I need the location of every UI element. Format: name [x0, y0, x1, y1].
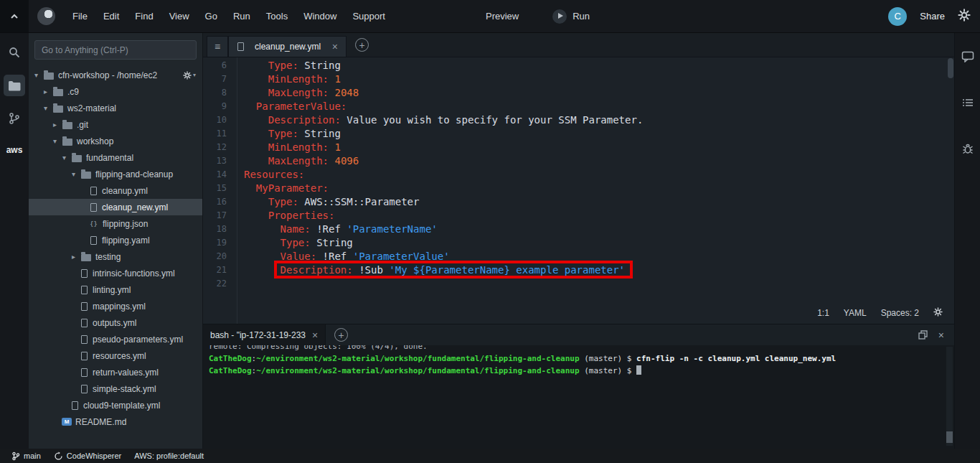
preferences-gear-icon[interactable] — [958, 9, 971, 24]
terminal-tab[interactable]: bash - "ip-172-31-19-233 × — [203, 324, 326, 345]
menu-find[interactable]: Find — [127, 0, 161, 32]
outline-panel-button[interactable] — [957, 92, 979, 113]
tree-settings-gear-icon[interactable]: ▾ — [183, 71, 196, 80]
tree-file-simple-stack-yml[interactable]: simple-stack.yml — [29, 380, 202, 397]
tree-folder-cfn-workshop-home-ec2[interactable]: ▾cfn-workshop - /home/ec2▾ — [29, 67, 202, 83]
tree-folder-testing[interactable]: ▸testing — [29, 248, 202, 265]
code-line-11[interactable]: 11 Type: String — [203, 127, 954, 141]
new-tab-button[interactable]: + — [355, 38, 369, 52]
code-line-13[interactable]: 13 MaxLength: 4096 — [203, 154, 954, 168]
file-tree-panel-button[interactable] — [4, 75, 25, 96]
menu-edit[interactable]: Edit — [95, 0, 127, 32]
line-number: 11 — [203, 127, 227, 141]
code-line-15[interactable]: 15 MyParameter: — [203, 182, 954, 195]
tree-folder-fundamental[interactable]: ▾fundamental — [29, 149, 202, 166]
terminal-pane[interactable]: remote: Compressing objects: 100% (4/4),… — [203, 345, 954, 449]
code-line-18[interactable]: 18 Name: !Ref 'ParameterName' — [203, 223, 954, 236]
code-line-14[interactable]: 14Resources: — [203, 168, 954, 182]
debugger-panel-button[interactable] — [957, 138, 979, 159]
code-line-21[interactable]: 21 Description: !Sub 'My ${ParameterName… — [203, 263, 954, 277]
tree-folder-flipping-and-cleanup[interactable]: ▾flipping-and-cleanup — [29, 166, 202, 182]
tree-file-cloud9-template-yml[interactable]: cloud9-template.yml — [29, 397, 202, 413]
code-line-6[interactable]: 6 Type: String — [203, 59, 954, 73]
menu-go[interactable]: Go — [197, 0, 225, 32]
tree-file-pseudo-parameters-yml[interactable]: pseudo-parameters.yml — [29, 331, 202, 347]
tree-file-readme-md[interactable]: MREADME.md — [29, 413, 202, 430]
tree-file-resources-yml[interactable]: resources.yml — [29, 347, 202, 364]
editor-settings-gear-icon[interactable] — [933, 307, 943, 319]
source-control-panel-button[interactable] — [4, 108, 25, 129]
cursor-position[interactable]: 1:1 — [817, 308, 829, 318]
tree-file-flipping-json[interactable]: {}flipping.json — [29, 215, 202, 232]
restore-pane-icon[interactable] — [918, 330, 928, 340]
chevron-right-icon[interactable]: ▸ — [44, 88, 53, 95]
preview-button[interactable]: Preview — [478, 0, 527, 32]
tree-folder--c9[interactable]: ▸.c9 — [29, 83, 202, 100]
aws-profile-indicator[interactable]: AWS: profile:default — [130, 449, 208, 463]
tree-file-cleanup-yml[interactable]: cleanup.yml — [29, 182, 202, 199]
terminal-scrollbar[interactable] — [946, 347, 953, 446]
tree-file-cleanup-new-yml[interactable]: cleanup_new.yml — [29, 199, 202, 215]
syntax-mode[interactable]: YAML — [844, 308, 867, 318]
chevron-down-icon[interactable]: ▾ — [72, 170, 81, 178]
menu-support[interactable]: Support — [344, 0, 393, 32]
tree-folder-workshop[interactable]: ▾workshop — [29, 133, 202, 149]
tree-file-linting-yml[interactable]: linting.yml — [29, 281, 202, 298]
editor-scrollbar-thumb[interactable] — [948, 58, 953, 78]
code-line-17[interactable]: 17 Properties: — [203, 209, 954, 223]
chevron-down-icon[interactable]: ▾ — [62, 154, 72, 162]
menu-window[interactable]: Window — [296, 0, 344, 32]
user-avatar[interactable]: C — [888, 7, 907, 26]
code-line-7[interactable]: 7 MinLength: 1 — [203, 73, 954, 86]
tree-folder-ws2-material[interactable]: ▾ws2-material — [29, 100, 202, 116]
tree-file-outputs-yml[interactable]: outputs.yml — [29, 314, 202, 331]
menu-run[interactable]: Run — [225, 0, 258, 32]
run-button[interactable]: Run — [552, 9, 590, 24]
code-line-22[interactable]: 22 — [203, 277, 954, 291]
menu-view[interactable]: View — [161, 0, 197, 32]
close-icon[interactable]: × — [312, 329, 318, 341]
code-editor[interactable]: 6 Type: String7 MinLength: 18 MaxLength:… — [203, 57, 954, 324]
code-line-8[interactable]: 8 MaxLength: 2048 — [203, 86, 954, 100]
tree-file-intrinsic-functions-yml[interactable]: intrinsic-functions.yml — [29, 265, 202, 281]
chevron-down-icon[interactable]: ▾ — [44, 104, 53, 112]
code-line-16[interactable]: 16 Type: AWS::SSM::Parameter — [203, 195, 954, 209]
aws-logo[interactable]: aws — [6, 145, 23, 155]
cloud9-logo[interactable] — [37, 7, 55, 25]
git-branch-indicator[interactable]: main — [7, 449, 45, 463]
tree-file-flipping-yaml[interactable]: flipping.yaml — [29, 232, 202, 248]
search-panel-button[interactable] — [4, 42, 25, 63]
code-line-9[interactable]: 9 ParameterValue: — [203, 100, 954, 113]
yaml-file-icon — [72, 401, 78, 410]
menu-tools[interactable]: Tools — [258, 0, 296, 32]
chevron-down-icon[interactable]: ▾ — [53, 137, 62, 145]
editor-scrollbar[interactable] — [948, 58, 953, 304]
share-button[interactable]: Share — [920, 11, 945, 22]
terminal-scrollbar-thumb[interactable] — [946, 431, 953, 443]
collaborate-panel-button[interactable] — [957, 46, 979, 67]
new-terminal-button[interactable]: + — [334, 328, 348, 342]
goto-anything-input[interactable] — [34, 40, 197, 60]
indent-setting[interactable]: Spaces: 2 — [881, 308, 919, 318]
code-line-12[interactable]: 12 MinLength: 1 — [203, 141, 954, 154]
code-line-19[interactable]: 19 Type: String — [203, 236, 954, 250]
tree-file-mappings-yml[interactable]: mappings.yml — [29, 298, 202, 314]
tab-list-icon[interactable]: ≡ — [207, 36, 228, 57]
tree-file-return-values-yml[interactable]: return-values.yml — [29, 364, 202, 380]
tree-folder--git[interactable]: ▸.git — [29, 116, 202, 133]
chevron-right-icon[interactable]: ▸ — [72, 253, 81, 261]
yaml-file-icon — [81, 385, 88, 393]
folder-icon — [8, 80, 21, 91]
tree-item-label: pseudo-parameters.yml — [93, 335, 183, 345]
codewhisperer-indicator[interactable]: CodeWhisperer — [50, 449, 126, 463]
chevron-right-icon[interactable]: ▸ — [53, 121, 62, 128]
collapse-menubar-button[interactable] — [0, 0, 29, 32]
menu-file[interactable]: File — [65, 0, 95, 32]
code-line-10[interactable]: 10 Description: Value you wish to specif… — [203, 113, 954, 127]
tab-cleanup-new-yml[interactable]: cleanup_new.yml × — [228, 36, 347, 57]
close-icon[interactable]: × — [332, 41, 338, 52]
json-file-icon: {} — [90, 220, 99, 228]
chevron-down-icon[interactable]: ▾ — [34, 71, 44, 79]
close-terminal-icon[interactable]: × — [938, 329, 944, 341]
yaml-file-icon — [81, 286, 88, 294]
